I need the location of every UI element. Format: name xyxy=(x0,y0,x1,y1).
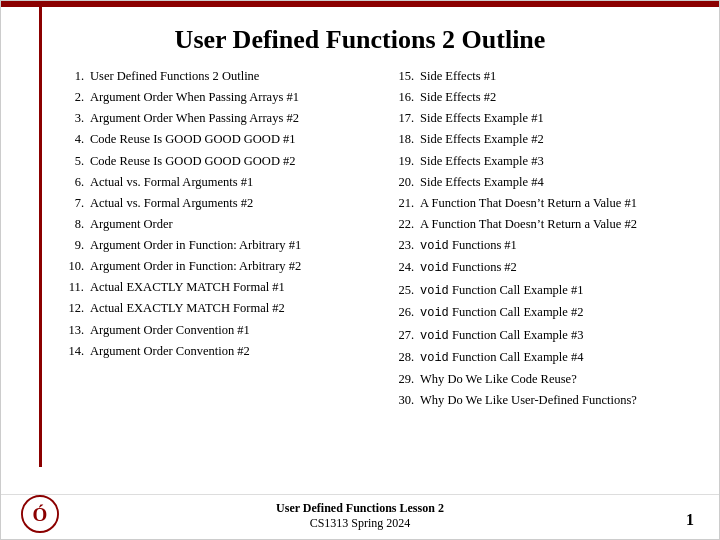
content-area: 1.User Defined Functions 2 Outline2.Argu… xyxy=(1,67,719,494)
item-label: void Function Call Example #2 xyxy=(420,303,694,322)
item-number: 23. xyxy=(386,236,414,254)
left-bar xyxy=(39,7,42,467)
list-item: 24.void Functions #2 xyxy=(386,258,694,277)
item-number: 1. xyxy=(56,67,84,85)
list-item: 28.void Function Call Example #4 xyxy=(386,348,694,367)
item-number: 16. xyxy=(386,88,414,106)
list-item: 5.Code Reuse Is GOOD GOOD GOOD #2 xyxy=(56,152,366,170)
item-number: 25. xyxy=(386,281,414,299)
list-item: 3.Argument Order When Passing Arrays #2 xyxy=(56,109,366,127)
item-label: Argument Order Convention #2 xyxy=(90,342,366,360)
item-number: 5. xyxy=(56,152,84,170)
item-number: 28. xyxy=(386,348,414,366)
svg-text:Ó: Ó xyxy=(33,504,48,525)
item-label: Side Effects Example #3 xyxy=(420,152,694,170)
item-number: 15. xyxy=(386,67,414,85)
list-item: 8.Argument Order xyxy=(56,215,366,233)
item-label: void Functions #2 xyxy=(420,258,694,277)
list-item: 4.Code Reuse Is GOOD GOOD GOOD #1 xyxy=(56,130,366,148)
item-label: Side Effects #1 xyxy=(420,67,694,85)
item-number: 18. xyxy=(386,130,414,148)
item-label: A Function That Doesn’t Return a Value #… xyxy=(420,215,694,233)
footer-line2: CS1313 Spring 2024 xyxy=(276,516,444,531)
item-number: 26. xyxy=(386,303,414,321)
footer: User Defined Functions Lesson 2 CS1313 S… xyxy=(1,494,719,539)
item-label: A Function That Doesn’t Return a Value #… xyxy=(420,194,694,212)
item-number: 27. xyxy=(386,326,414,344)
list-item: 25.void Function Call Example #1 xyxy=(386,281,694,300)
item-label: Argument Order Convention #1 xyxy=(90,321,366,339)
list-item: 30.Why Do We Like User-Defined Functions… xyxy=(386,391,694,409)
footer-text: User Defined Functions Lesson 2 CS1313 S… xyxy=(276,501,444,531)
item-label: Side Effects #2 xyxy=(420,88,694,106)
item-number: 10. xyxy=(56,257,84,275)
item-number: 22. xyxy=(386,215,414,233)
item-label: Side Effects Example #1 xyxy=(420,109,694,127)
item-label: Argument Order When Passing Arrays #2 xyxy=(90,109,366,127)
item-label: Code Reuse Is GOOD GOOD GOOD #2 xyxy=(90,152,366,170)
item-label: Actual EXACTLY MATCH Formal #1 xyxy=(90,278,366,296)
mono-keyword: void xyxy=(420,306,449,320)
list-item: 22.A Function That Doesn’t Return a Valu… xyxy=(386,215,694,233)
list-item: 20.Side Effects Example #4 xyxy=(386,173,694,191)
item-number: 19. xyxy=(386,152,414,170)
item-number: 8. xyxy=(56,215,84,233)
item-number: 3. xyxy=(56,109,84,127)
item-label: Code Reuse Is GOOD GOOD GOOD #1 xyxy=(90,130,366,148)
item-label: Actual EXACTLY MATCH Formal #2 xyxy=(90,299,366,317)
list-item: 1.User Defined Functions 2 Outline xyxy=(56,67,366,85)
list-item: 29.Why Do We Like Code Reuse? xyxy=(386,370,694,388)
mono-keyword: void xyxy=(420,351,449,365)
item-number: 30. xyxy=(386,391,414,409)
item-number: 24. xyxy=(386,258,414,276)
list-item: 26.void Function Call Example #2 xyxy=(386,303,694,322)
list-item: 21.A Function That Doesn’t Return a Valu… xyxy=(386,194,694,212)
item-number: 29. xyxy=(386,370,414,388)
list-item: 9.Argument Order in Function: Arbitrary … xyxy=(56,236,366,254)
item-label: Argument Order When Passing Arrays #1 xyxy=(90,88,366,106)
item-number: 20. xyxy=(386,173,414,191)
list-item: 12.Actual EXACTLY MATCH Formal #2 xyxy=(56,299,366,317)
mono-keyword: void xyxy=(420,239,449,253)
list-item: 27.void Function Call Example #3 xyxy=(386,326,694,345)
item-label: Argument Order in Function: Arbitrary #1 xyxy=(90,236,366,254)
item-label: Why Do We Like Code Reuse? xyxy=(420,370,694,388)
list-item: 18.Side Effects Example #2 xyxy=(386,130,694,148)
item-number: 11. xyxy=(56,278,84,296)
page-title: User Defined Functions 2 Outline xyxy=(1,7,719,67)
item-label: Argument Order xyxy=(90,215,366,233)
left-column: 1.User Defined Functions 2 Outline2.Argu… xyxy=(51,67,371,494)
page-number: 1 xyxy=(686,511,694,529)
mono-keyword: void xyxy=(420,329,449,343)
list-item: 6.Actual vs. Formal Arguments #1 xyxy=(56,173,366,191)
item-number: 9. xyxy=(56,236,84,254)
footer-line1: User Defined Functions Lesson 2 xyxy=(276,501,444,516)
item-label: User Defined Functions 2 Outline xyxy=(90,67,366,85)
item-label: Actual vs. Formal Arguments #2 xyxy=(90,194,366,212)
list-item: 23.void Functions #1 xyxy=(386,236,694,255)
item-label: void Function Call Example #1 xyxy=(420,281,694,300)
item-label: Actual vs. Formal Arguments #1 xyxy=(90,173,366,191)
item-number: 17. xyxy=(386,109,414,127)
right-column: 15.Side Effects #116.Side Effects #217.S… xyxy=(381,67,699,494)
list-item: 13.Argument Order Convention #1 xyxy=(56,321,366,339)
slide: User Defined Functions 2 Outline 1.User … xyxy=(0,0,720,540)
list-item: 16.Side Effects #2 xyxy=(386,88,694,106)
item-number: 4. xyxy=(56,130,84,148)
list-item: 7.Actual vs. Formal Arguments #2 xyxy=(56,194,366,212)
mono-keyword: void xyxy=(420,261,449,275)
item-number: 21. xyxy=(386,194,414,212)
item-label: void Functions #1 xyxy=(420,236,694,255)
item-label: void Function Call Example #3 xyxy=(420,326,694,345)
item-label: void Function Call Example #4 xyxy=(420,348,694,367)
mono-keyword: void xyxy=(420,284,449,298)
ou-logo: Ó xyxy=(21,495,59,533)
list-item: 19.Side Effects Example #3 xyxy=(386,152,694,170)
item-number: 12. xyxy=(56,299,84,317)
list-item: 11.Actual EXACTLY MATCH Formal #1 xyxy=(56,278,366,296)
list-item: 14.Argument Order Convention #2 xyxy=(56,342,366,360)
list-item: 2.Argument Order When Passing Arrays #1 xyxy=(56,88,366,106)
list-item: 17.Side Effects Example #1 xyxy=(386,109,694,127)
item-label: Side Effects Example #2 xyxy=(420,130,694,148)
item-number: 6. xyxy=(56,173,84,191)
